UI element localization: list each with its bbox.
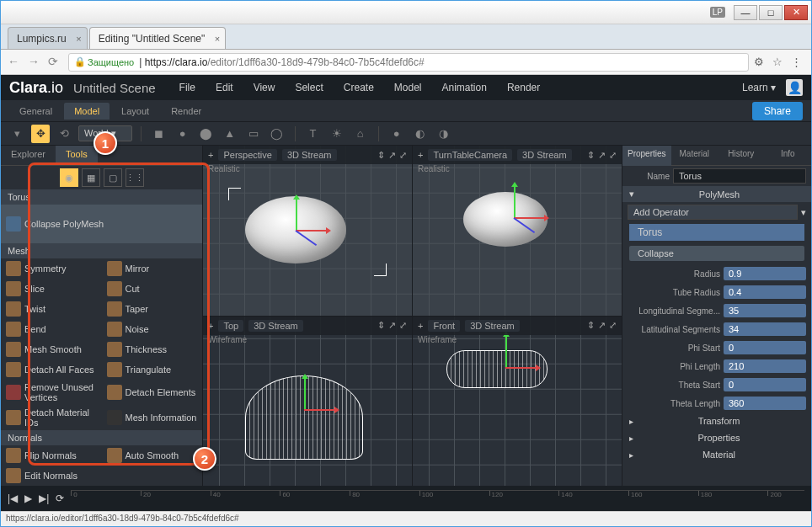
- normals-tool-auto-smooth[interactable]: Auto Smooth: [102, 445, 203, 466]
- object-mode-icon[interactable]: ◉: [60, 168, 78, 187]
- menu-animation[interactable]: Animation: [434, 78, 495, 97]
- back-button[interactable]: ←: [8, 55, 23, 70]
- normals-tool-edit-normals[interactable]: Edit Normals: [1, 466, 102, 486]
- viewport-top[interactable]: + Top 3D Stream ⇕↗⤢ Wireframe: [203, 317, 412, 487]
- mesh-tool-noise[interactable]: Noise: [102, 319, 203, 339]
- text-tool-icon[interactable]: T: [304, 125, 323, 143]
- dropdown-icon[interactable]: ▾: [801, 207, 806, 218]
- vp-mode-select[interactable]: 3D Stream: [248, 320, 303, 332]
- name-input[interactable]: Torus: [673, 168, 806, 184]
- vp-camera-select[interactable]: Front: [428, 320, 460, 332]
- accordion-transform[interactable]: ▸Transform: [622, 413, 811, 429]
- info-tab[interactable]: Info: [765, 146, 811, 166]
- minimize-button[interactable]: —: [734, 5, 757, 20]
- vp-tool-icon[interactable]: ↗: [598, 320, 606, 331]
- tools-tab[interactable]: Tools: [56, 146, 98, 165]
- mode-tab-model[interactable]: Model: [64, 103, 110, 120]
- prim-cylinder-icon[interactable]: ⬤: [197, 125, 216, 143]
- vp-shading-label[interactable]: Wireframe: [418, 335, 457, 344]
- viewport-front[interactable]: + Front 3D Stream ⇕↗⤢ Wireframe: [413, 317, 622, 487]
- app-logo[interactable]: Clara.io: [9, 79, 63, 97]
- vp-tool-icon[interactable]: ↗: [598, 150, 606, 161]
- mesh-tool-triangulate[interactable]: Triangulate: [102, 359, 203, 380]
- collapse-polymesh-button[interactable]: Collapse PolyMesh: [1, 205, 202, 243]
- vp-expand-icon[interactable]: +: [208, 150, 213, 160]
- camera-tool-icon[interactable]: ⌂: [351, 125, 370, 143]
- vp-tool-icon[interactable]: ⤢: [399, 320, 407, 331]
- timeline-loop-button[interactable]: ⟳: [56, 492, 64, 504]
- vp-mode-select[interactable]: 3D Stream: [465, 320, 520, 332]
- param-input[interactable]: 0.9: [724, 267, 806, 280]
- prim-sphere-icon[interactable]: ●: [174, 125, 192, 143]
- vp-camera-select[interactable]: TurnTableCamera: [428, 149, 512, 161]
- forward-button[interactable]: →: [28, 55, 43, 70]
- face-mode-icon[interactable]: ▦: [82, 168, 100, 187]
- user-avatar[interactable]: 👤: [786, 79, 803, 96]
- menu-select[interactable]: Select: [286, 78, 331, 97]
- param-input[interactable]: 360: [724, 397, 806, 410]
- menu-edit[interactable]: Edit: [207, 78, 242, 97]
- prim-plane-icon[interactable]: ▭: [244, 125, 263, 143]
- vp-mode-select[interactable]: 3D Stream: [517, 149, 572, 161]
- menu-create[interactable]: Create: [335, 78, 382, 97]
- param-input[interactable]: 35: [724, 304, 806, 317]
- share-button[interactable]: Share: [752, 102, 803, 120]
- vp-mode-select[interactable]: 3D Stream: [282, 149, 337, 161]
- url-input[interactable]: 🔒 Защищено | https://clara.io /editor/1d…: [68, 53, 749, 72]
- vp-expand-icon[interactable]: +: [418, 321, 423, 331]
- mesh-tool-slice[interactable]: Slice: [1, 279, 102, 299]
- menu-model[interactable]: Model: [386, 78, 430, 97]
- timeline-end-button[interactable]: ▶|: [39, 492, 49, 504]
- edge-mode-icon[interactable]: ▢: [104, 168, 122, 187]
- move-tool-icon[interactable]: ✥: [31, 125, 50, 143]
- light-tool-icon[interactable]: ☀: [328, 125, 346, 143]
- param-input[interactable]: 0: [724, 341, 806, 354]
- polymesh-section[interactable]: ▾ PolyMesh: [622, 186, 811, 202]
- add-operator-select[interactable]: Add Operator: [628, 205, 798, 220]
- mesh-tool-remove-unused-vertices[interactable]: Remove Unused Vertices: [1, 380, 102, 405]
- rotate-tool-icon[interactable]: ⟲: [55, 125, 73, 143]
- viewport-turntable[interactable]: + TurnTableCamera 3D Stream ⇕↗⤢ Realisti…: [413, 146, 622, 316]
- menu-render[interactable]: Render: [499, 78, 548, 97]
- vertex-mode-icon[interactable]: ⋮⋮: [126, 168, 144, 187]
- vp-tool-icon[interactable]: ↗: [388, 150, 396, 161]
- select-tool-icon[interactable]: ▾: [8, 125, 26, 143]
- menu-file[interactable]: File: [171, 78, 204, 97]
- transform-gizmo[interactable]: [480, 342, 531, 392]
- mode-tab-layout[interactable]: Layout: [111, 103, 159, 120]
- vp-tool-icon[interactable]: ⤢: [399, 150, 407, 161]
- mesh-tool-mesh-information[interactable]: Mesh Information: [102, 405, 203, 430]
- browser-tab[interactable]: Editing "Untitled Scene" ×: [89, 27, 227, 49]
- tool-icon[interactable]: ●: [387, 125, 406, 143]
- transform-gizmo[interactable]: [270, 205, 321, 255]
- viewport-perspective[interactable]: + Perspective 3D Stream ⇕↗⤢ Realistic: [203, 146, 412, 316]
- param-input[interactable]: 0.4: [724, 285, 806, 299]
- vp-tool-icon[interactable]: ↗: [388, 320, 396, 331]
- prim-cube-icon[interactable]: ◼: [150, 125, 168, 143]
- tab-close-icon[interactable]: ×: [76, 34, 81, 44]
- vp-shading-label[interactable]: Realistic: [208, 164, 240, 173]
- mode-tab-render[interactable]: Render: [161, 103, 211, 120]
- mesh-tool-symmetry[interactable]: Symmetry: [1, 258, 102, 279]
- tab-close-icon[interactable]: ×: [215, 34, 220, 44]
- collapse-button[interactable]: Collapse: [629, 246, 804, 261]
- prim-cone-icon[interactable]: ▲: [221, 125, 239, 143]
- vp-tool-icon[interactable]: ⤢: [609, 150, 617, 161]
- torus-operator[interactable]: Torus: [629, 224, 804, 241]
- tool-icon[interactable]: ◑: [435, 125, 453, 143]
- vp-expand-icon[interactable]: +: [418, 150, 423, 160]
- vp-expand-icon[interactable]: +: [208, 321, 213, 331]
- bookmark-icon[interactable]: ☆: [772, 56, 786, 69]
- vp-tool-icon[interactable]: ⇕: [377, 150, 385, 161]
- material-tab[interactable]: Material: [671, 146, 718, 166]
- accordion-properties[interactable]: ▸Properties: [622, 429, 811, 446]
- param-input[interactable]: 210: [724, 359, 806, 373]
- mesh-tool-detach-material-ids[interactable]: Detach Material IDs: [1, 405, 102, 430]
- learn-dropdown[interactable]: Learn ▾: [735, 78, 783, 97]
- mesh-tool-thickness[interactable]: Thickness: [102, 339, 203, 359]
- translate-icon[interactable]: ⚙: [754, 56, 767, 69]
- reload-button[interactable]: ⟳: [48, 55, 63, 70]
- timeline-track[interactable]: 020406080100120140160180200: [71, 490, 804, 507]
- vp-tool-icon[interactable]: ⇕: [587, 320, 595, 331]
- accordion-material[interactable]: ▸Material: [622, 446, 811, 463]
